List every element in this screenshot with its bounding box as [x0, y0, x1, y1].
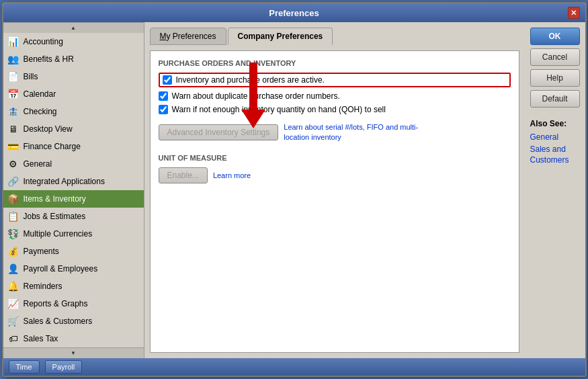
sidebar-item-label: Checking: [24, 107, 57, 116]
sidebar-icon: ⚙: [7, 158, 19, 170]
sidebar-item-desktop-view[interactable]: 🖥 Desktop View: [3, 120, 144, 138]
close-button[interactable]: ✕: [568, 7, 580, 19]
sidebar-icon: 💰: [7, 245, 19, 257]
sidebar-icon: 📊: [7, 36, 19, 48]
advanced-inventory-settings-button[interactable]: Advanced Inventory Settings: [159, 124, 279, 140]
advanced-btn-row: Advanced Inventory Settings Learn about …: [159, 122, 511, 143]
sidebar-icon: 🖥: [7, 123, 19, 135]
sidebar-item-accounting[interactable]: 📊 Accounting: [3, 33, 144, 50]
checkbox-inventory-active[interactable]: [163, 75, 172, 85]
sidebar-item-label: Payroll & Employees: [24, 264, 98, 273]
sidebar-item-reminders[interactable]: 🔔 Reminders: [3, 278, 144, 295]
content-panel: PURCHASE ORDERS AND INVENTORY Inventory …: [150, 50, 519, 353]
right-panel: OK Cancel Help Default Also See: General…: [525, 22, 585, 358]
checkbox-row-qoh: Warn if not enough inventory quantity on…: [159, 105, 511, 114]
taskbar: TimePayroll: [3, 358, 585, 376]
sidebar-item-general[interactable]: ⚙ General: [3, 155, 144, 173]
sidebar-item-payments[interactable]: 💰 Payments: [3, 243, 144, 260]
scroll-down-button[interactable]: ▼: [3, 347, 144, 358]
learn-more-link[interactable]: Learn more: [213, 171, 251, 179]
sidebar-icon: 💳: [7, 140, 19, 153]
enable-uom-button[interactable]: Enable...: [159, 167, 208, 183]
sidebar-item-multiple-currencies[interactable]: 💱 Multiple Currencies: [3, 225, 144, 243]
section-header-purchase-orders: PURCHASE ORDERS AND INVENTORY: [159, 59, 511, 67]
sidebar-item-label: Sales & Customers: [24, 317, 93, 326]
sidebar-item-label: Items & Inventory: [24, 194, 86, 204]
sidebar-item-label: Reminders: [24, 282, 62, 291]
sidebar-item-bills[interactable]: 📄 Bills: [3, 68, 144, 85]
checkbox-qoh-label: Warn if not enough inventory quantity on…: [172, 105, 386, 114]
ok-button[interactable]: OK: [530, 28, 580, 45]
sidebar-icon: 💱: [7, 228, 19, 240]
highlighted-checkbox-row: Inventory and purchase orders are active…: [159, 73, 511, 87]
sidebar-icon: 🔔: [7, 280, 19, 292]
checkbox-qoh[interactable]: [159, 105, 168, 114]
sidebar-item-sales-tax[interactable]: 🏷 Sales Tax: [3, 330, 144, 347]
sidebar-icon: 📦: [7, 193, 19, 205]
sidebar-item-label: Desktop View: [24, 124, 73, 134]
sidebar: ▲ 📊 Accounting 👥 Benefits & HR 📄 Bills 📅…: [3, 22, 144, 358]
sidebar-item-label: Reports & Graphs: [24, 299, 88, 308]
sidebar-item-label: Jobs & Estimates: [24, 212, 86, 221]
sidebar-item-label: Multiple Currencies: [24, 229, 93, 239]
sidebar-icon: 🏷: [7, 333, 19, 345]
unit-of-measure-section: UNIT OF MEASURE Enable... Learn more: [159, 154, 511, 183]
checkbox-duplicate-po[interactable]: [159, 91, 168, 101]
checkbox-duplicate-po-label: Warn about duplicate purchase order numb…: [172, 91, 340, 101]
sidebar-item-label: Calendar: [24, 89, 56, 99]
sidebar-icon: 🛒: [7, 315, 19, 327]
sidebar-item-label: Integrated Applications: [24, 177, 105, 186]
cancel-button[interactable]: Cancel: [530, 48, 580, 66]
sidebar-item-label: Benefits & HR: [24, 54, 74, 64]
sidebar-icon: 🏦: [7, 106, 19, 118]
uom-btn-row: Enable... Learn more: [159, 167, 511, 183]
main-content: My Preferences Company Preferences PURCH…: [144, 22, 525, 358]
scroll-up-button[interactable]: ▲: [3, 22, 144, 33]
learn-serial-link[interactable]: Learn about serial #/lots, FIFO and mult…: [284, 122, 418, 143]
tabs-container: My Preferences Company Preferences: [150, 28, 519, 45]
taskbar-item-time[interactable]: Time: [9, 360, 40, 374]
taskbar-item-payroll[interactable]: Payroll: [45, 360, 83, 374]
sidebar-item-label: Accounting: [24, 37, 63, 46]
sidebar-icon: 👤: [7, 263, 19, 275]
sidebar-item-reports---graphs[interactable]: 📈 Reports & Graphs: [3, 295, 144, 312]
sidebar-icon: 📄: [7, 71, 19, 83]
sidebar-item-sales---customers[interactable]: 🛒 Sales & Customers: [3, 312, 144, 330]
sidebar-item-items---inventory[interactable]: 📦 Items & Inventory: [3, 190, 144, 208]
also-see-section: Also See: General Sales and Customers: [530, 119, 580, 168]
also-see-general-link[interactable]: General: [530, 132, 580, 142]
tab-company-preferences[interactable]: Company Preferences: [228, 28, 333, 45]
sidebar-item-calendar[interactable]: 📅 Calendar: [3, 85, 144, 103]
sidebar-item-label: Bills: [24, 72, 38, 81]
sidebar-icon: 🔗: [7, 175, 19, 187]
also-see-title: Also See:: [530, 119, 580, 128]
sidebar-icon: 📅: [7, 88, 19, 100]
sidebar-item-integrated-applications[interactable]: 🔗 Integrated Applications: [3, 173, 144, 190]
sidebar-icon: 👥: [7, 53, 19, 65]
sidebar-item-payroll---employees[interactable]: 👤 Payroll & Employees: [3, 260, 144, 278]
section-header-uom: UNIT OF MEASURE: [159, 154, 511, 162]
sidebar-item-label: Finance Charge: [24, 142, 81, 151]
sidebar-icon: 📋: [7, 210, 19, 222]
sidebar-item-finance-charge[interactable]: 💳 Finance Charge: [3, 138, 144, 155]
sidebar-item-benefits---hr[interactable]: 👥 Benefits & HR: [3, 50, 144, 68]
dialog-body: ▲ 📊 Accounting 👥 Benefits & HR 📄 Bills 📅…: [3, 22, 585, 358]
default-button[interactable]: Default: [530, 90, 580, 108]
title-bar: Preferences ✕: [3, 3, 585, 22]
sidebar-item-label: General: [24, 159, 52, 169]
sidebar-scroll: 📊 Accounting 👥 Benefits & HR 📄 Bills 📅 C…: [3, 33, 144, 347]
sidebar-item-jobs---estimates[interactable]: 📋 Jobs & Estimates: [3, 208, 144, 225]
tab-my-preferences[interactable]: My Preferences: [150, 28, 226, 45]
checkbox-row-duplicate: Warn about duplicate purchase order numb…: [159, 91, 511, 101]
sidebar-item-label: Payments: [24, 247, 59, 256]
sidebar-item-checking[interactable]: 🏦 Checking: [3, 103, 144, 120]
sidebar-item-label: Sales Tax: [24, 334, 58, 343]
sidebar-icon: 📈: [7, 298, 19, 310]
help-button[interactable]: Help: [530, 69, 580, 87]
checkbox-inventory-active-label: Inventory and purchase orders are active…: [176, 75, 325, 85]
preferences-dialog: Preferences ✕ ▲ 📊 Accounting 👥 Benefits …: [2, 2, 587, 377]
dialog-title: Preferences: [21, 8, 568, 18]
also-see-sales-link[interactable]: Sales and Customers: [530, 144, 580, 165]
